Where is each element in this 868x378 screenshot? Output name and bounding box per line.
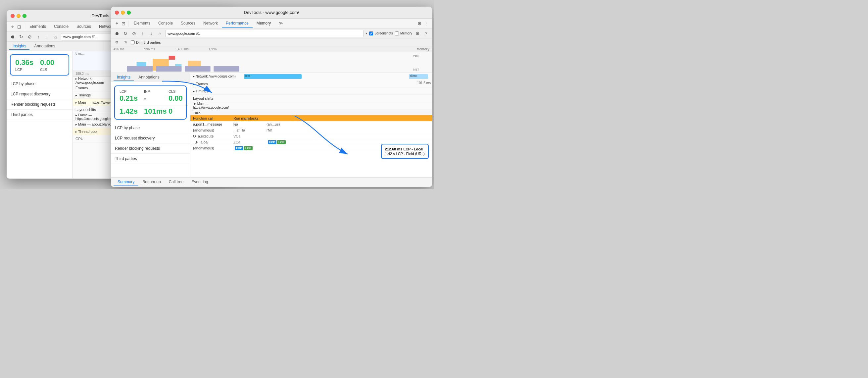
cls-local-value: 0.00 [168,94,190,103]
execute-col1: VCa [234,134,267,138]
layers-icon-2[interactable]: ⊡ [120,20,127,27]
minimize-button-2[interactable] [121,10,125,14]
more-icon-2[interactable]: ⋮ [423,20,429,27]
svg-rect-16 [214,66,239,71]
record-icon-1[interactable]: ⏺ [9,33,16,40]
insights-bar-2: Insights Annotations [111,73,190,82]
tab-bar-2: ⌖ ⊡ Elements Console Sources Network Per… [111,19,432,28]
timeline-header-2: 496 ms 996 ms 1,496 ms 1,996 Memory NET … [111,47,432,73]
anon2-label: (anonymous) [190,146,234,150]
bottom-tabs-2: Summary Bottom-up Call tree Event log [111,177,432,186]
summary-tab-2[interactable]: Summary [114,178,138,186]
download-icon-1[interactable]: ↓ [44,33,50,40]
event-log-tab-2[interactable]: Event log [187,178,212,186]
third-parties-item-1[interactable]: Third parties [7,110,72,120]
annotations-tab-2[interactable]: Annotations [135,74,162,81]
svg-rect-15 [185,66,211,71]
execute-label: O_a.execute [190,134,234,138]
tab-sources-2[interactable]: Sources [177,20,199,28]
home-icon-2[interactable]: ⌂ [157,30,163,37]
tab-more-2[interactable]: ≫ [275,20,287,28]
layers-icon[interactable]: ⊡ [16,24,23,30]
third-parties-item-2[interactable]: Third parties [111,154,190,164]
bottom-up-tab-2[interactable]: Bottom-up [138,178,164,186]
lcp-col-header: LCP [120,89,143,93]
cls-field-value: 0 [168,107,190,116]
tab-console-1[interactable]: Console [50,23,72,31]
filter-icon-2[interactable]: ⧉ [114,39,120,46]
lcp-request-item-2[interactable]: LCP request discovery [111,133,190,143]
tab-sources-1[interactable]: Sources [72,23,95,31]
tl-row-timings-2: ▸ Timings [190,87,432,95]
dim-3rd-parties-checkbox[interactable]: Dim 3rd parties [131,40,161,45]
tab-performance-2[interactable]: Performance [222,20,253,28]
stack-port-row: a.port1...message kja (an...us) [190,121,432,127]
stack-execute-row: O_a.execute VCa [190,133,432,139]
tab-memory-2[interactable]: Memory [253,20,275,28]
download-icon-2[interactable]: ↓ [148,30,155,37]
settings-icon-2[interactable]: ⚙ [416,20,423,27]
inp-col-header: INP [144,89,167,93]
close-button-2[interactable] [115,10,119,14]
lcp-request-item-1[interactable]: LCP request discovery [7,89,72,99]
tl-row-layout-2: Layout shifts [190,95,432,102]
record-icon-2[interactable]: ⏺ [114,30,120,37]
fc-col1: Run microtasks [234,116,267,120]
traffic-lights-2 [115,10,131,14]
home-icon-1[interactable]: ⌂ [52,33,59,40]
timeline-ruler-2: 496 ms 996 ms 1,496 ms 1,996 Memory [111,47,432,52]
clear-icon-2[interactable]: ⊘ [131,30,137,37]
screenshots-checkbox-2[interactable]: Screenshots [369,31,393,35]
left-panel-1: 0.36s LCP 0.00 CLS LCP by phase LCP requ… [7,51,73,178]
port-label: a.port1...message [190,122,234,126]
ruler-label-1: 8 m… [75,52,85,55]
poa-col1: ZCa [234,140,267,144]
annotations-tab-1[interactable]: Annotations [31,43,58,50]
cls-value-1: 0.00 [40,58,54,67]
lcp-field-value: 1.42s [120,107,143,116]
svg-rect-10 [169,56,175,60]
stack-task-row: Task [190,109,432,115]
maximize-button-1[interactable] [23,14,27,18]
anon-col2: rMf [267,128,293,132]
cpu-label: Memory [417,47,429,51]
reload-icon-1[interactable]: ↻ [18,33,25,40]
right-panel-2: ▸ Network /www.google.com) sear client ▸… [190,73,432,177]
insights-tab-1[interactable]: Insights [9,43,29,50]
svg-text:NET: NET [413,68,420,71]
svg-rect-13 [127,66,153,71]
close-button-1[interactable] [10,14,14,18]
cursor-icon-2[interactable]: ⌖ [114,20,120,27]
upload-icon-2[interactable]: ↑ [140,30,146,37]
call-tree-tab-2[interactable]: Call tree [165,178,188,186]
anon-label: (anonymous) [190,128,234,132]
title-bar-2: DevTools - www.google.com/ [111,7,432,19]
tab-elements-1[interactable]: Elements [26,23,50,31]
tab-network-2[interactable]: Network [199,20,222,28]
address-input-2[interactable] [165,30,364,37]
metrics-box-2: LCP INP CLS 0.21s - 0.00 Local 1.42s 101… [114,85,187,120]
lcp-phase-item-1[interactable]: LCP by phase [7,79,72,89]
lcp-phase-item-2[interactable]: LCP by phase [111,123,190,133]
dim-3rd-parties-bar: ⧉ ⇅ Dim 3rd parties [111,38,432,47]
render-blocking-item-2[interactable]: Render blocking requests [111,143,190,154]
clear-icon-1[interactable]: ⊘ [27,33,33,40]
settings-icon-2b[interactable]: ⚙ [414,30,421,37]
help-icon-2[interactable]: ? [423,30,429,37]
svg-rect-14 [156,66,182,71]
sort-icon-2[interactable]: ⇅ [122,39,129,46]
cursor-icon[interactable]: ⌖ [9,24,16,30]
metrics-box-1: 0.36s LCP 0.00 CLS [10,54,69,76]
devtools-window-2: DevTools - www.google.com/ ⌖ ⊡ Elements … [111,7,432,187]
tab-elements-2[interactable]: Elements [130,20,154,28]
memory-checkbox-2[interactable]: Memory [395,31,412,35]
lcp-label-1: LCP [15,67,33,71]
upload-icon-1[interactable]: ↑ [35,33,42,40]
minimize-button-1[interactable] [17,14,21,18]
maximize-button-2[interactable] [127,10,131,14]
reload-icon-2[interactable]: ↻ [122,30,129,37]
anon-col1: _.af.lTa [234,128,267,132]
tab-console-2[interactable]: Console [154,20,177,28]
insights-tab-2[interactable]: Insights [114,74,134,81]
render-blocking-item-1[interactable]: Render blocking requests [7,99,72,110]
